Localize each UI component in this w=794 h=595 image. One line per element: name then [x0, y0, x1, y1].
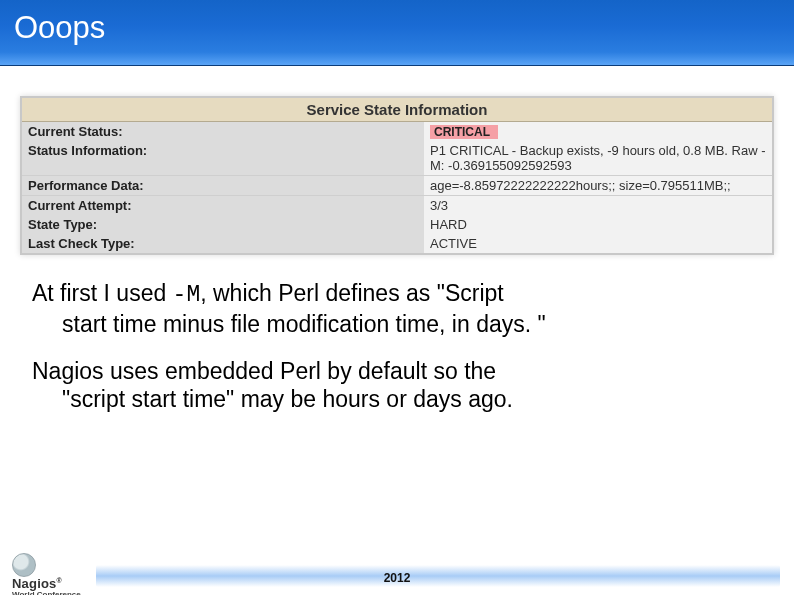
label-current-status: Current Status:	[22, 122, 424, 141]
value-current-attempt: 3/3	[424, 196, 772, 216]
p2-a: Nagios uses embedded Perl by default so …	[32, 358, 496, 384]
status-badge: CRITICAL	[430, 125, 498, 139]
value-state-type: HARD	[424, 215, 772, 234]
p1-a: At first I used	[32, 280, 173, 306]
label-last-check-type: Last Check Type:	[22, 234, 424, 253]
value-status-info: P1 CRITICAL - Backup exists, -9 hours ol…	[424, 141, 772, 176]
p1-b: , which Perl defines as "Script	[200, 280, 503, 306]
slide-title-bar: Ooops	[0, 0, 794, 66]
slide-body: At first I used -M, which Perl defines a…	[32, 279, 762, 414]
value-perf-data: age=-8.85972222222222hours;; size=0.7955…	[424, 176, 772, 196]
brand-tagline: World Conference	[12, 590, 81, 595]
value-last-check-type: ACTIVE	[424, 234, 772, 253]
p1-indent: start time minus file modification time,…	[32, 310, 762, 339]
label-state-type: State Type:	[22, 215, 424, 234]
paragraph-1: At first I used -M, which Perl defines a…	[32, 279, 762, 339]
slide-title: Ooops	[14, 10, 105, 45]
service-state-table: Current Status: CRITICAL Status Informat…	[22, 122, 772, 253]
slide-footer: Nagios® World Conference North America 2…	[0, 551, 794, 591]
service-state-panel: Service State Information Current Status…	[20, 96, 774, 255]
label-current-attempt: Current Attempt:	[22, 196, 424, 216]
label-status-info: Status Information:	[22, 141, 424, 176]
label-perf-data: Performance Data:	[22, 176, 424, 196]
panel-heading: Service State Information	[22, 98, 772, 122]
footer-year: 2012	[0, 571, 794, 585]
p1-code: -M	[173, 282, 201, 308]
value-current-status: CRITICAL	[424, 122, 772, 141]
p2-indent: "script start time" may be hours or days…	[32, 385, 762, 414]
paragraph-2: Nagios uses embedded Perl by default so …	[32, 357, 762, 415]
